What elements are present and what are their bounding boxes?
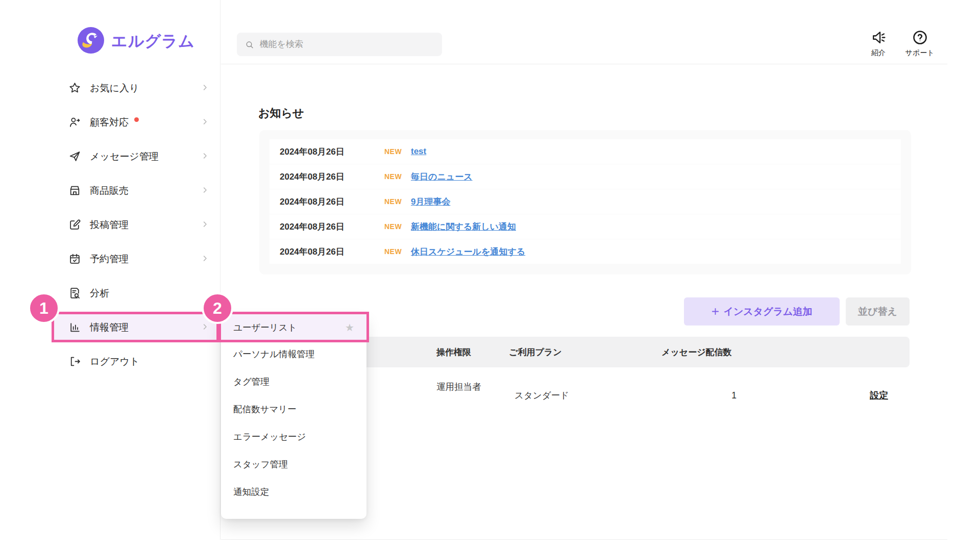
announcement-link[interactable]: 新機能に関する新しい通知 (411, 221, 516, 233)
add-instagram-label: インスタグラム追加 (723, 305, 812, 318)
announcement-date: 2024年08月26日 (280, 221, 384, 233)
sidebar-nav: お気に入り 顧客対応 メッセージ管理 (0, 71, 220, 379)
chevron-right-icon (201, 219, 209, 231)
dropdown-item-label: エラーメッセージ (233, 431, 306, 443)
sidebar-item-label: 商品販売 (90, 184, 129, 197)
chevron-right-icon (201, 151, 209, 162)
announcements-panel: 2024年08月26日 NEW test 2024年08月26日 NEW 毎日の… (259, 130, 911, 274)
sidebar-item-messages[interactable]: メッセージ管理 (0, 139, 220, 173)
cell-message-count: 1 (708, 390, 760, 401)
col-message-count: メッセージ配信数 (662, 346, 732, 358)
sidebar-item-label: 予約管理 (90, 253, 129, 266)
calendar-check-icon (68, 253, 81, 265)
star-icon (68, 82, 81, 94)
search-icon (245, 40, 254, 49)
sidebar-item-label: お気に入り (90, 82, 139, 95)
announcement-row: 2024年08月26日 NEW 休日スケジュールを通知する (270, 239, 901, 264)
dropdown-item-personal-info[interactable]: パーソナル情報管理 (221, 340, 366, 368)
dropdown-item-label: ユーザーリスト (233, 321, 297, 334)
dropdown-item-label: パーソナル情報管理 (233, 348, 314, 360)
sidebar: エルグラム お気に入り 顧客対応 メッセージ管理 (0, 0, 220, 540)
logout-icon (68, 355, 81, 368)
new-badge: NEW (384, 222, 411, 231)
support-button[interactable]: サポート (899, 30, 940, 58)
sidebar-item-label: ログアウト (90, 355, 139, 368)
announcement-row: 2024年08月26日 NEW 新機能に関する新しい通知 (270, 214, 901, 239)
plus-icon (711, 307, 720, 316)
sidebar-item-logout[interactable]: ログアウト (0, 344, 220, 379)
edit-square-icon (68, 218, 81, 231)
sidebar-item-label: 分析 (90, 287, 109, 300)
cell-plan: スタンダード (514, 389, 569, 402)
announcement-date: 2024年08月26日 (280, 196, 384, 208)
chevron-right-icon (201, 254, 209, 265)
dropdown-item-label: スタッフ管理 (233, 458, 288, 470)
megaphone-icon (863, 30, 894, 47)
search-bar[interactable] (237, 33, 442, 56)
sidebar-item-label: 情報管理 (90, 321, 129, 334)
topbar-divider (221, 64, 947, 64)
help-circle-icon (899, 30, 940, 47)
dropdown-item-label: タグ管理 (233, 375, 270, 388)
cell-permission: 運用担当者 (436, 380, 485, 394)
sidebar-item-info-management[interactable]: 情報管理 (0, 310, 220, 344)
info-management-dropdown: ユーザーリスト ★ パーソナル情報管理 タグ管理 配信数サマリー エラーメッセー… (221, 315, 366, 519)
dropdown-item-delivery-summary[interactable]: 配信数サマリー (221, 395, 366, 423)
brand-logo: エルグラム (78, 27, 195, 56)
dropdown-item-user-list[interactable]: ユーザーリスト ★ (221, 315, 366, 340)
sidebar-item-label: メッセージ管理 (90, 150, 159, 163)
chevron-right-icon (201, 83, 209, 94)
announcement-row: 2024年08月26日 NEW 9月理事会 (270, 189, 901, 214)
chevron-right-icon (201, 322, 209, 333)
sidebar-item-favorites[interactable]: お気に入り (0, 71, 220, 105)
sidebar-item-sales[interactable]: 商品販売 (0, 173, 220, 208)
dropdown-item-notification-settings[interactable]: 通知設定 (221, 478, 366, 506)
unread-dot (134, 117, 139, 122)
col-permission: 操作権限 (436, 346, 471, 358)
announcement-link[interactable]: 休日スケジュールを通知する (411, 246, 525, 258)
intro-button[interactable]: 紹介 (863, 30, 894, 58)
chevron-right-icon (201, 185, 209, 196)
sidebar-item-posts[interactable]: 投稿管理 (0, 208, 220, 242)
intro-label: 紹介 (863, 48, 894, 58)
chevron-right-icon (201, 117, 209, 128)
announcements-title: お知らせ (258, 106, 304, 121)
new-badge: NEW (384, 247, 411, 256)
storefront-icon (68, 184, 81, 197)
sort-label: 並び替え (858, 305, 897, 318)
announcement-date: 2024年08月26日 (280, 146, 384, 158)
bottom-divider (221, 539, 947, 540)
dropdown-item-label: 通知設定 (233, 486, 269, 498)
favorite-star-icon[interactable]: ★ (345, 322, 354, 333)
announcement-row: 2024年08月26日 NEW 毎日のニュース (270, 164, 901, 189)
announcement-link[interactable]: test (411, 146, 426, 157)
sort-button[interactable]: 並び替え (846, 297, 910, 325)
support-label: サポート (899, 48, 940, 58)
sidebar-item-customers[interactable]: 顧客対応 (0, 105, 220, 139)
person-sync-icon (68, 116, 81, 129)
announcement-date: 2024年08月26日 (280, 246, 384, 258)
col-plan: ご利用プラン (509, 346, 562, 358)
dropdown-item-error-messages[interactable]: エラーメッセージ (221, 423, 366, 450)
sidebar-item-label: 投稿管理 (90, 218, 129, 232)
announcement-link[interactable]: 毎日のニュース (411, 171, 473, 183)
new-badge: NEW (384, 172, 411, 181)
sidebar-item-label: 顧客対応 (90, 116, 129, 129)
paper-plane-icon (68, 150, 81, 163)
bar-chart-icon (68, 321, 81, 334)
settings-link[interactable]: 設定 (870, 389, 888, 402)
dropdown-item-label: 配信数サマリー (233, 403, 297, 415)
dropdown-item-staff-management[interactable]: スタッフ管理 (221, 450, 366, 478)
brand-name: エルグラム (111, 31, 195, 52)
search-input[interactable] (260, 39, 434, 49)
document-magnifier-icon (68, 287, 81, 299)
dropdown-item-tag-management[interactable]: タグ管理 (221, 368, 366, 395)
announcement-date: 2024年08月26日 (280, 171, 384, 183)
new-badge: NEW (384, 147, 411, 156)
sidebar-item-analysis[interactable]: 分析 (0, 276, 220, 310)
sidebar-item-reservations[interactable]: 予約管理 (0, 242, 220, 276)
new-badge: NEW (384, 197, 411, 206)
announcement-link[interactable]: 9月理事会 (411, 196, 450, 208)
add-instagram-button[interactable]: インスタグラム追加 (684, 297, 840, 325)
brand-logo-icon (78, 27, 104, 56)
